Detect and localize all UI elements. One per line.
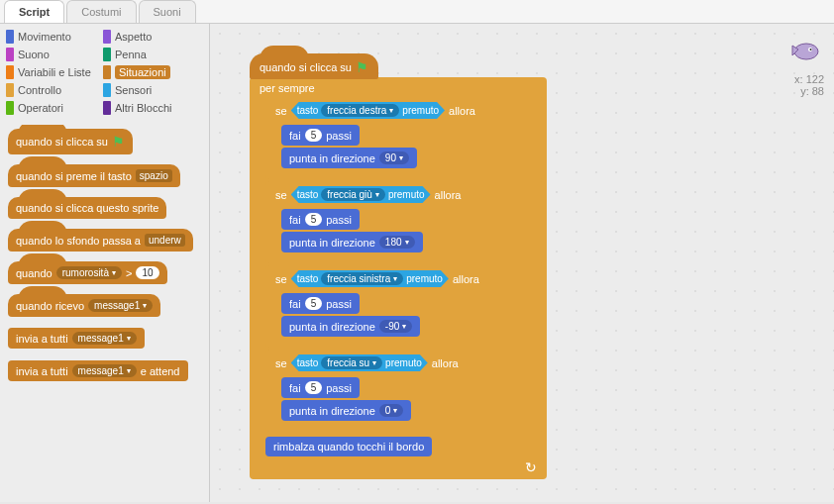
block-if[interactable]: setastofreccia giùpremutoallorafai5passi… (265, 181, 545, 263)
block-key-pressed[interactable]: tastofreccia sinistrapremuto (291, 270, 449, 287)
category-color-swatch (6, 101, 14, 115)
block-when-flag-clicked[interactable]: quando si clicca su⚑ (250, 53, 378, 79)
direction-dropdown[interactable]: 180 (379, 236, 415, 249)
category-label: Variabili e Liste (18, 66, 91, 78)
tab-costumi[interactable]: Costumi (66, 0, 136, 23)
category-color-swatch (103, 65, 111, 79)
block-forever[interactable]: per sempre setastofreccia destrapremutoa… (250, 77, 547, 479)
category-aspetto[interactable]: Aspetto (103, 28, 200, 46)
block-palette: MovimentoAspettoSuonoPennaVariabili e Li… (0, 24, 210, 502)
block-point-direction[interactable]: punta in direzione0 (281, 400, 411, 421)
category-color-swatch (103, 48, 111, 61)
category-color-swatch (6, 83, 14, 97)
category-movimento[interactable]: Movimento (6, 28, 103, 46)
block-when-key-pressed[interactable]: quando si preme il tastospazio (8, 164, 180, 187)
green-flag-icon: ⚑ (112, 134, 125, 150)
tab-script[interactable]: Script (4, 0, 64, 23)
category-label: Movimento (18, 31, 71, 43)
category-selector: MovimentoAspettoSuonoPennaVariabili e Li… (0, 24, 209, 125)
block-move-steps[interactable]: fai5passi (281, 377, 360, 398)
category-label: Sensori (115, 84, 152, 96)
script-workspace[interactable]: x: 122 y: 88 quando si clicca su⚑ per se… (210, 24, 834, 502)
block-key-pressed[interactable]: tastofreccia destrapremuto (291, 102, 445, 119)
category-color-swatch (6, 65, 14, 79)
category-altri-blocchi[interactable]: Altri Blocchi (103, 99, 200, 117)
block-broadcast-wait[interactable]: invia a tuttimessage1e attend (8, 360, 188, 381)
tab-suoni[interactable]: Suoni (139, 0, 196, 23)
svg-point-3 (810, 49, 812, 50)
block-move-steps[interactable]: fai5passi (281, 209, 360, 230)
key-dropdown[interactable]: freccia su (321, 356, 382, 369)
svg-point-0 (794, 44, 818, 59)
palette-block-list: quando si clicca su⚑ quando si preme il … (0, 125, 209, 502)
direction-dropdown[interactable]: 0 (379, 404, 404, 417)
category-variabili-e-liste[interactable]: Variabili e Liste (6, 63, 103, 81)
main-script[interactable]: quando si clicca su⚑ per sempre setastof… (250, 53, 547, 479)
block-point-direction[interactable]: punta in direzione-90 (281, 316, 420, 337)
block-if[interactable]: setastofreccia sinistrapremutoallorafai5… (265, 265, 545, 348)
block-if[interactable]: setastofreccia destrapremutoallorafai5pa… (265, 97, 545, 179)
block-when-flag-clicked[interactable]: quando si clicca su⚑ (8, 129, 133, 154)
category-color-swatch (6, 48, 14, 61)
category-color-swatch (103, 30, 111, 44)
tab-bar: Script Costumi Suoni (0, 0, 834, 24)
category-sensori[interactable]: Sensori (103, 81, 200, 99)
block-when-backdrop[interactable]: quando lo sfondo passa aunderw (8, 229, 193, 252)
category-controllo[interactable]: Controllo (6, 81, 103, 99)
block-point-direction[interactable]: punta in direzione180 (281, 232, 423, 252)
category-label: Aspetto (115, 31, 152, 43)
category-situazioni[interactable]: Situazioni (103, 63, 200, 81)
block-when-receive[interactable]: quando ricevomessage1 (8, 294, 160, 317)
block-key-pressed[interactable]: tastofreccia giùpremuto (291, 186, 431, 203)
category-penna[interactable]: Penna (103, 46, 200, 63)
category-color-swatch (6, 30, 14, 44)
block-move-steps[interactable]: fai5passi (281, 125, 360, 146)
category-label: Altri Blocchi (115, 102, 171, 114)
steps-input[interactable]: 5 (305, 213, 323, 226)
key-dropdown[interactable]: freccia destra (321, 104, 399, 117)
block-if[interactable]: setastofreccia supremutoallorafai5passip… (265, 350, 545, 432)
category-suono[interactable]: Suono (6, 46, 103, 63)
category-color-swatch (103, 83, 111, 97)
green-flag-icon: ⚑ (356, 59, 368, 75)
steps-input[interactable]: 5 (305, 381, 323, 394)
steps-input[interactable]: 5 (305, 297, 323, 310)
sprite-thumbnail-icon (784, 36, 824, 67)
category-label: Suono (18, 49, 50, 60)
sprite-info: x: 122 y: 88 (784, 36, 824, 97)
direction-dropdown[interactable]: -90 (379, 320, 412, 333)
block-key-pressed[interactable]: tastofreccia supremuto (291, 354, 428, 371)
block-when-sprite-clicked[interactable]: quando si clicca questo sprite (8, 197, 166, 219)
key-dropdown[interactable]: freccia giù (321, 188, 385, 201)
category-label: Penna (115, 49, 147, 60)
category-label: Operatori (18, 102, 63, 114)
block-point-direction[interactable]: punta in direzione90 (281, 148, 417, 168)
steps-input[interactable]: 5 (305, 129, 323, 142)
block-broadcast[interactable]: invia a tuttimessage1 (8, 328, 145, 349)
key-dropdown[interactable]: freccia sinistra (321, 272, 403, 285)
category-label: Controllo (18, 84, 61, 96)
block-move-steps[interactable]: fai5passi (281, 293, 360, 314)
direction-dropdown[interactable]: 90 (379, 151, 409, 164)
block-when-sensor[interactable]: quandorumorosità>10 (8, 261, 167, 284)
category-color-swatch (103, 101, 111, 115)
category-label: Situazioni (115, 65, 170, 79)
category-operatori[interactable]: Operatori (6, 99, 103, 117)
block-bounce-edge[interactable]: rimbalza quando tocchi il bordo (265, 437, 432, 456)
